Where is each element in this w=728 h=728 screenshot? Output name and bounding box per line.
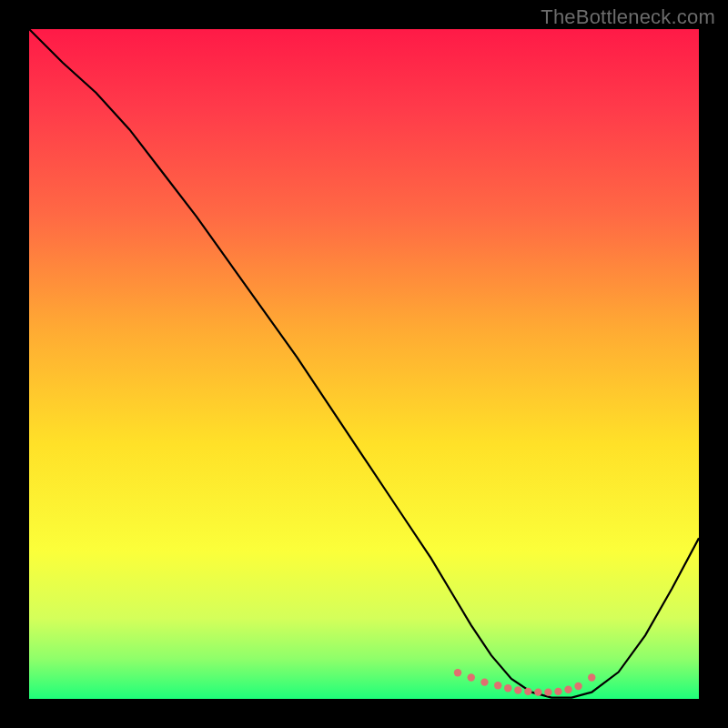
curve-dot — [534, 688, 541, 695]
curve-dot — [494, 682, 501, 689]
curve-dot — [468, 673, 475, 681]
curve-layer — [29, 29, 699, 699]
curve-dot — [504, 684, 511, 692]
curve-dot — [480, 678, 488, 685]
chart-area — [29, 29, 699, 699]
curve-dot — [554, 688, 561, 695]
watermark-text: TheBottleneck.com — [541, 5, 715, 29]
curve-dot — [454, 669, 461, 676]
bottleneck-curve — [29, 29, 699, 698]
curve-dot — [588, 673, 595, 681]
curve-dot — [574, 682, 581, 690]
curve-dot — [564, 686, 571, 693]
curve-dot — [514, 686, 521, 693]
curve-dot — [524, 688, 531, 695]
curve-dot — [544, 688, 551, 695]
curve-dots — [454, 669, 596, 696]
